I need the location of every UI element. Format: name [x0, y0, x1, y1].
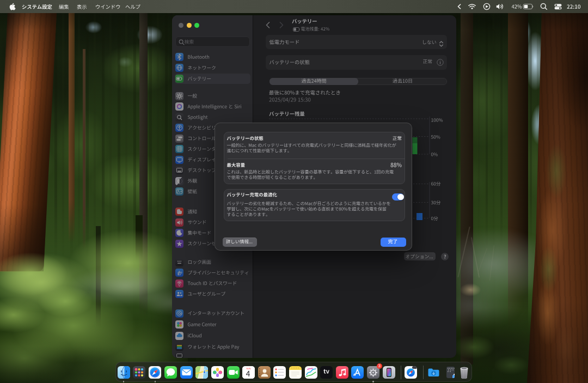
svg-text:SUN: SUN [247, 368, 251, 370]
